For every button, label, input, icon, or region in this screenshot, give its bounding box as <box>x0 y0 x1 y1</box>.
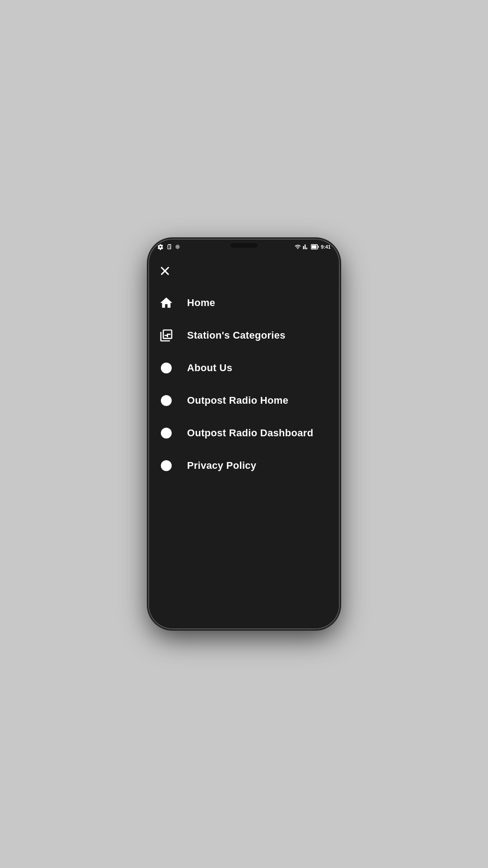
menu-item-home[interactable]: Home <box>149 287 339 319</box>
status-right: 9:41 <box>295 244 331 250</box>
menu-label-stations-categories: Station's Categories <box>187 330 286 341</box>
menu-label-about-us: About Us <box>187 362 232 374</box>
battery-icon <box>311 244 319 250</box>
svg-point-9 <box>161 428 172 439</box>
phone-frame: 9:41 Home <box>149 240 339 628</box>
svg-point-7 <box>161 395 172 406</box>
menu-item-about-us[interactable]: About Us <box>149 352 339 384</box>
globe-icon-home <box>158 392 174 409</box>
wifi-icon <box>295 244 301 250</box>
lens-icon <box>174 244 181 250</box>
menu-item-outpost-radio-home[interactable]: Outpost Radio Home <box>149 384 339 417</box>
categories-icon <box>158 327 174 344</box>
menu-item-outpost-radio-dashboard[interactable]: Outpost Radio Dashboard <box>149 417 339 449</box>
svg-point-13 <box>166 466 167 467</box>
svg-point-11 <box>161 460 172 471</box>
sim-icon <box>166 244 172 250</box>
svg-rect-2 <box>318 246 319 248</box>
phone-screen: 9:41 Home <box>149 240 339 628</box>
lock-icon <box>158 458 174 474</box>
menu-item-privacy-policy[interactable]: Privacy Policy <box>149 449 339 482</box>
info-icon <box>158 360 174 376</box>
home-icon <box>158 295 174 311</box>
svg-rect-3 <box>311 245 316 249</box>
status-time: 9:41 <box>321 244 331 250</box>
menu-label-home: Home <box>187 297 215 309</box>
menu-container: Home Station's Categories <box>149 254 339 628</box>
svg-point-0 <box>175 245 179 249</box>
menu-label-privacy-policy: Privacy Policy <box>187 460 256 472</box>
status-left <box>157 244 181 250</box>
menu-label-outpost-radio-dashboard: Outpost Radio Dashboard <box>187 427 313 439</box>
gear-icon <box>157 244 164 250</box>
globe-icon-dashboard <box>158 425 174 441</box>
menu-label-outpost-radio-home: Outpost Radio Home <box>187 395 288 406</box>
signal-icon <box>303 244 309 250</box>
close-icon[interactable] <box>158 264 172 278</box>
close-button[interactable] <box>149 259 339 287</box>
svg-point-4 <box>161 363 172 373</box>
menu-item-stations-categories[interactable]: Station's Categories <box>149 319 339 352</box>
status-bar: 9:41 <box>149 240 339 254</box>
